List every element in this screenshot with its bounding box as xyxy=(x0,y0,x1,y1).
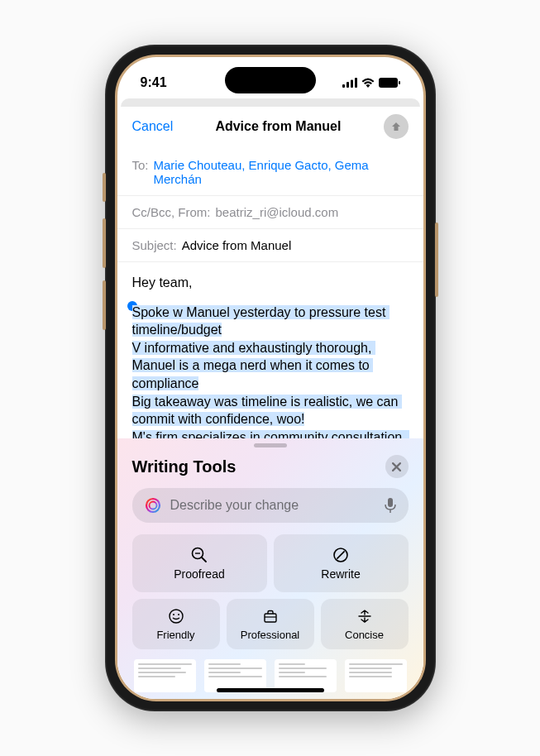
iphone-frame: 9:41 Cancel Advice from Manuel To xyxy=(105,45,436,711)
ccbcc-from-field[interactable]: Cc/Bcc, From: beatriz_ri@icloud.com xyxy=(117,196,423,229)
body-greeting: Hey team, xyxy=(132,274,409,292)
wifi-icon xyxy=(361,78,375,88)
subject-value: Advice from Manuel xyxy=(182,238,292,252)
selected-text: Spoke w Manuel yesterday to pressure tes… xyxy=(132,305,410,438)
home-indicator[interactable] xyxy=(217,688,324,692)
action-button xyxy=(103,173,106,202)
svg-point-6 xyxy=(146,499,160,512)
power-button xyxy=(435,222,438,297)
cancel-button[interactable]: Cancel xyxy=(132,119,174,134)
svg-rect-18 xyxy=(265,614,276,622)
status-bar: 9:41 xyxy=(117,57,423,98)
battery-icon xyxy=(379,78,400,88)
rewrite-icon xyxy=(332,546,350,564)
svg-point-17 xyxy=(178,614,179,615)
summary-format-button[interactable] xyxy=(134,659,196,692)
magnifier-check-icon xyxy=(190,546,208,564)
cellular-icon xyxy=(342,78,357,88)
volume-down-button xyxy=(103,280,106,330)
svg-rect-4 xyxy=(379,78,398,88)
svg-rect-0 xyxy=(342,84,345,88)
friendly-button[interactable]: Friendly xyxy=(132,599,220,649)
compose-sheet: Cancel Advice from Manuel To: Marie Chou… xyxy=(117,104,423,699)
concise-button[interactable]: Concise xyxy=(321,599,409,649)
rewrite-button[interactable]: Rewrite xyxy=(274,534,409,592)
describe-change-input[interactable]: Describe your change xyxy=(132,488,409,523)
status-time: 9:41 xyxy=(141,75,167,90)
compose-header: Cancel Advice from Manuel xyxy=(117,104,423,149)
subject-field[interactable]: Subject: Advice from Manuel xyxy=(117,229,423,262)
ccbcc-label: Cc/Bcc, From: xyxy=(132,205,211,219)
sheet-grabber[interactable] xyxy=(254,443,287,447)
svg-rect-5 xyxy=(399,81,400,84)
smile-icon xyxy=(168,608,184,624)
microphone-icon[interactable] xyxy=(384,497,397,514)
proofread-label: Proofread xyxy=(174,567,224,581)
professional-button[interactable]: Professional xyxy=(227,599,314,649)
to-label: To: xyxy=(132,158,149,186)
table-format-button[interactable] xyxy=(345,659,407,692)
arrow-up-icon xyxy=(389,120,403,133)
svg-rect-3 xyxy=(355,78,357,88)
svg-point-16 xyxy=(173,614,174,615)
concise-label: Concise xyxy=(345,629,384,641)
list-format-button[interactable] xyxy=(275,659,337,692)
concise-icon xyxy=(356,608,373,624)
friendly-label: Friendly xyxy=(156,629,194,641)
proofread-button[interactable]: Proofread xyxy=(132,534,267,592)
writing-tools-title: Writing Tools xyxy=(132,457,237,476)
dynamic-island xyxy=(225,67,316,93)
svg-line-11 xyxy=(202,557,206,562)
to-field[interactable]: To: Marie Chouteau, Enrique Gacto, Gema … xyxy=(117,149,423,196)
svg-point-15 xyxy=(170,610,183,623)
from-email: beatriz_ri@icloud.com xyxy=(216,205,339,219)
writing-tools-panel: Writing Tools Describe your change xyxy=(117,438,423,699)
professional-label: Professional xyxy=(241,629,300,641)
to-recipients: Marie Chouteau, Enrique Gacto, Gema Merc… xyxy=(154,158,409,186)
svg-rect-1 xyxy=(346,82,349,88)
apple-intelligence-icon xyxy=(144,496,162,514)
svg-point-7 xyxy=(149,502,156,510)
close-icon xyxy=(392,462,401,471)
format-options-row xyxy=(132,656,409,692)
describe-change-placeholder: Describe your change xyxy=(170,498,375,513)
compose-title: Advice from Manuel xyxy=(215,119,341,134)
status-icons xyxy=(342,78,400,88)
briefcase-icon xyxy=(262,608,279,624)
svg-rect-8 xyxy=(388,498,393,507)
background-sheet-hint xyxy=(121,98,420,107)
keypoints-format-button[interactable] xyxy=(204,659,266,692)
svg-line-14 xyxy=(337,551,344,558)
close-button[interactable] xyxy=(385,455,409,478)
send-button[interactable] xyxy=(384,114,409,139)
subject-label: Subject: xyxy=(132,238,177,252)
email-body[interactable]: Hey team, Spoke w Manuel yesterday to pr… xyxy=(117,262,423,438)
svg-rect-2 xyxy=(351,80,353,89)
rewrite-label: Rewrite xyxy=(321,567,360,581)
volume-up-button xyxy=(103,218,106,268)
